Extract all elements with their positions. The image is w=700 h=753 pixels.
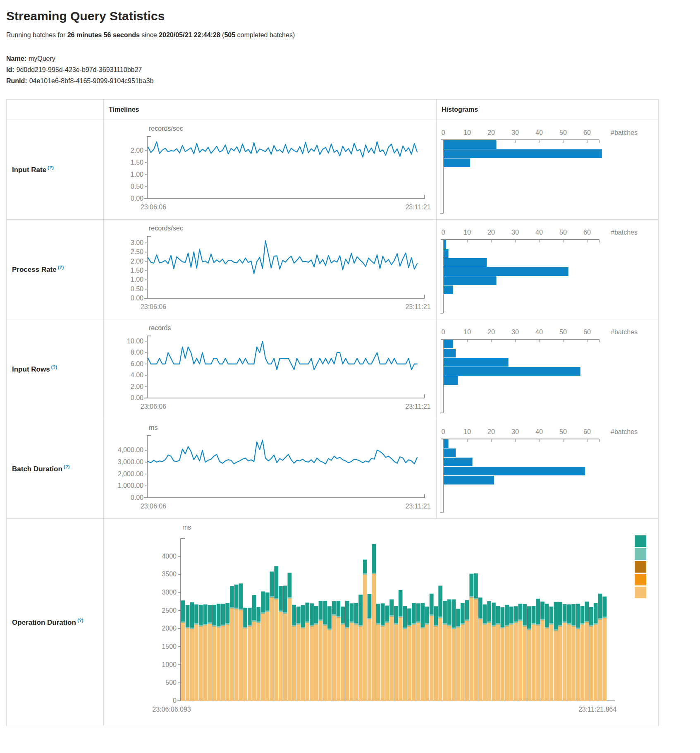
row-label-text: Process Rate xyxy=(12,265,57,273)
row-label-text: Batch Duration xyxy=(12,465,62,472)
operation-duration-stacked-chart: ms0500100015002000250030003500400023:06:… xyxy=(104,519,658,726)
svg-text:3000: 3000 xyxy=(162,588,177,595)
query-name-label: Name: xyxy=(6,55,26,62)
svg-text:40: 40 xyxy=(535,129,543,136)
svg-text:60: 60 xyxy=(583,129,591,136)
svg-text:0: 0 xyxy=(173,697,177,704)
svg-text:23:11:21.864: 23:11:21.864 xyxy=(578,706,616,713)
svg-text:2.00: 2.00 xyxy=(131,383,143,390)
svg-text:10.00: 10.00 xyxy=(127,337,143,344)
svg-text:2.00: 2.00 xyxy=(131,147,143,154)
batch-duration-row: Batch Duration(?) ms4,000.003,000.002,00… xyxy=(7,419,659,518)
operation-duration-help-icon[interactable]: (?) xyxy=(77,618,84,623)
svg-text:23:11:21: 23:11:21 xyxy=(405,403,430,410)
svg-text:23:06:06.093: 23:06:06.093 xyxy=(152,706,191,713)
row-label-text: Operation Duration xyxy=(12,618,76,626)
svg-text:23:06:06: 23:06:06 xyxy=(141,503,166,510)
svg-text:40: 40 xyxy=(535,229,543,236)
metric-column-header xyxy=(7,99,104,120)
svg-text:50: 50 xyxy=(559,229,567,236)
input-rate-histogram-cell: 0102030405060#batches xyxy=(437,120,659,219)
operation-duration-label: Operation Duration(?) xyxy=(7,518,104,726)
batch-duration-histogram-chart: 0102030405060#batches xyxy=(437,419,658,518)
svg-text:#batches: #batches xyxy=(611,428,638,435)
svg-text:0.50: 0.50 xyxy=(131,183,143,190)
running-duration: 26 minutes 56 seconds xyxy=(67,31,140,38)
streaming-query-statistics-page: Streaming Query Statistics Running batch… xyxy=(0,0,700,734)
svg-text:30: 30 xyxy=(511,329,519,336)
summary-text: Running batches for xyxy=(6,31,67,38)
batch-duration-histogram-cell: 0102030405060#batches xyxy=(437,419,659,518)
svg-text:1000: 1000 xyxy=(162,661,177,668)
svg-text:23:06:06: 23:06:06 xyxy=(141,204,166,211)
start-timestamp: 2020/05/21 22:44:28 xyxy=(159,31,220,38)
page-title: Streaming Query Statistics xyxy=(6,9,700,23)
histograms-column-header: Histograms xyxy=(437,99,659,120)
svg-text:10: 10 xyxy=(463,329,471,336)
svg-text:0: 0 xyxy=(442,129,445,136)
statistics-table: Timelines Histograms Input Rate(?) recor… xyxy=(6,99,659,726)
input-rows-help-icon[interactable]: (?) xyxy=(51,365,57,369)
svg-text:0: 0 xyxy=(442,329,445,336)
process-rate-timeline-chart: records/sec3.002.502.001.501.000.500.002… xyxy=(104,220,436,319)
process-rate-timeline-cell: records/sec3.002.502.001.501.000.500.002… xyxy=(104,219,437,319)
svg-text:0.00: 0.00 xyxy=(131,295,143,302)
svg-text:records/sec: records/sec xyxy=(149,225,183,232)
completed-batches-count: 505 xyxy=(224,31,235,38)
input-rate-help-icon[interactable]: (?) xyxy=(48,165,54,170)
process-rate-row: Process Rate(?) records/sec3.002.502.001… xyxy=(7,219,659,319)
svg-text:records/sec: records/sec xyxy=(149,125,183,132)
svg-text:3.00: 3.00 xyxy=(131,239,143,246)
svg-text:ms: ms xyxy=(149,424,158,431)
svg-text:1.50: 1.50 xyxy=(131,267,143,274)
svg-text:8.00: 8.00 xyxy=(131,349,143,356)
summary-text: since xyxy=(140,31,159,38)
input-rate-timeline-chart: records/sec2.001.501.000.500.0023:06:062… xyxy=(104,120,436,219)
svg-text:23:11:21: 23:11:21 xyxy=(405,303,430,310)
svg-text:1.00: 1.00 xyxy=(131,276,143,283)
svg-text:records: records xyxy=(149,324,171,331)
svg-text:3,000.00: 3,000.00 xyxy=(118,458,143,465)
query-name-value: myQuery xyxy=(29,55,55,62)
svg-text:1.00: 1.00 xyxy=(131,171,143,178)
svg-text:10: 10 xyxy=(463,428,471,435)
svg-text:6.00: 6.00 xyxy=(131,360,143,367)
svg-text:23:11:21: 23:11:21 xyxy=(405,503,430,510)
svg-text:2.00: 2.00 xyxy=(131,257,143,264)
table-header-row: Timelines Histograms xyxy=(7,99,659,120)
query-id-label: Id: xyxy=(6,66,14,73)
svg-text:23:06:06: 23:06:06 xyxy=(141,403,166,410)
query-info: Name:myQuery Id:9d0dd219-995d-423e-b97d-… xyxy=(6,53,700,87)
row-label-text: Input Rate xyxy=(12,165,46,173)
svg-text:60: 60 xyxy=(583,329,591,336)
input-rate-timeline-cell: records/sec2.001.501.000.500.0023:06:062… xyxy=(104,120,437,219)
input-rows-timeline-chart: records10.008.006.004.002.000.0023:06:06… xyxy=(104,319,436,419)
summary-text: ( xyxy=(220,31,225,38)
process-rate-histogram-chart: 0102030405060#batches xyxy=(437,220,658,319)
svg-text:60: 60 xyxy=(583,229,591,236)
svg-text:0: 0 xyxy=(442,428,445,435)
batch-duration-help-icon[interactable]: (?) xyxy=(64,464,70,469)
svg-text:#batches: #batches xyxy=(611,329,638,336)
input-rows-timeline-cell: records10.008.006.004.002.000.0023:06:06… xyxy=(104,319,437,419)
process-rate-help-icon[interactable]: (?) xyxy=(58,265,64,270)
batch-duration-timeline-cell: ms4,000.003,000.002,000.001,000.000.0023… xyxy=(104,419,437,518)
row-label-text: Input Rows xyxy=(12,365,50,373)
timelines-column-header: Timelines xyxy=(104,99,437,120)
query-runid-value: 04e101e6-8bf8-4165-9099-9104c951ba3b xyxy=(29,77,154,84)
svg-text:20: 20 xyxy=(487,129,495,136)
svg-text:50: 50 xyxy=(559,428,567,435)
svg-text:40: 40 xyxy=(535,329,543,336)
svg-text:10: 10 xyxy=(463,229,471,236)
input-rate-label: Input Rate(?) xyxy=(7,120,104,219)
summary-text: completed batches) xyxy=(235,31,295,38)
svg-text:30: 30 xyxy=(511,229,519,236)
process-rate-label: Process Rate(?) xyxy=(7,219,104,319)
svg-text:0.00: 0.00 xyxy=(131,494,143,501)
batch-duration-timeline-chart: ms4,000.003,000.002,000.001,000.000.0023… xyxy=(104,419,436,518)
svg-text:40: 40 xyxy=(535,428,543,435)
svg-text:0.50: 0.50 xyxy=(131,285,143,292)
svg-text:2.50: 2.50 xyxy=(131,248,143,255)
input-rows-label: Input Rows(?) xyxy=(7,319,104,419)
svg-text:23:06:06: 23:06:06 xyxy=(141,303,166,310)
